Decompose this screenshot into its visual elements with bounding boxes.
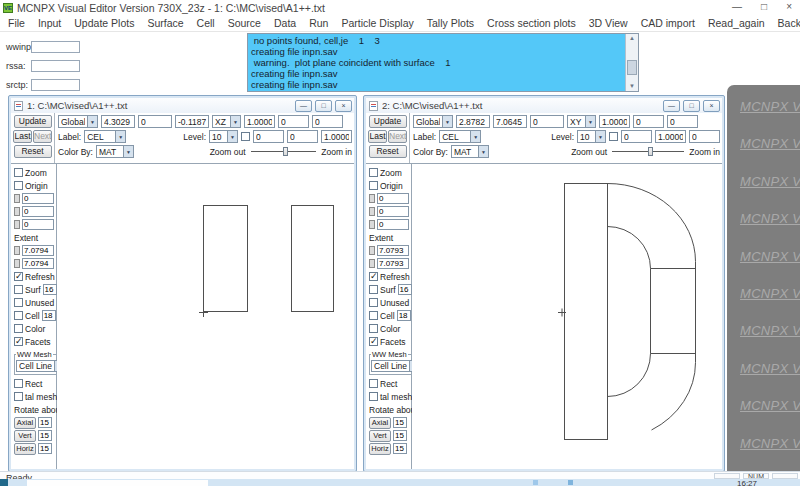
restore-icon[interactable]: □ bbox=[683, 100, 700, 112]
origin-x-field[interactable] bbox=[456, 115, 490, 128]
menu-item-file[interactable]: File bbox=[8, 17, 25, 29]
vert-button[interactable]: Vert bbox=[14, 430, 36, 442]
tray-icon[interactable] bbox=[568, 480, 573, 485]
menu-item-tally-plots[interactable]: Tally Plots bbox=[427, 17, 474, 29]
zoom-slider-thumb[interactable] bbox=[648, 147, 653, 156]
minimize-icon[interactable]: — bbox=[663, 100, 680, 112]
unused-checkbox[interactable] bbox=[369, 298, 378, 307]
menu-item-source[interactable]: Source bbox=[228, 17, 261, 29]
menu-item-backup[interactable]: Backup bbox=[778, 17, 800, 29]
basis-vec1-x-field[interactable] bbox=[599, 115, 630, 128]
extent-spin-button[interactable] bbox=[14, 246, 20, 255]
coord-y-field[interactable] bbox=[377, 206, 409, 217]
rssa-field[interactable] bbox=[31, 60, 80, 72]
refresh-checkbox[interactable] bbox=[369, 272, 378, 281]
taskbar-app-button[interactable] bbox=[27, 480, 208, 486]
refresh-checkbox[interactable] bbox=[14, 272, 23, 281]
coord-y-field[interactable] bbox=[22, 206, 54, 217]
scroll-up-icon[interactable]: ▲ bbox=[626, 34, 638, 43]
zoom-checkbox[interactable] bbox=[369, 168, 378, 177]
last-button[interactable]: Last bbox=[368, 130, 387, 143]
basis-vec1-x-field[interactable] bbox=[244, 115, 275, 128]
zoom-slider[interactable] bbox=[249, 146, 319, 157]
basis-vec2-y-field[interactable] bbox=[287, 130, 318, 143]
color-checkbox[interactable] bbox=[14, 324, 23, 333]
coord-x-field[interactable] bbox=[377, 193, 409, 204]
menu-item-cross-section-plots[interactable]: Cross section plots bbox=[487, 17, 576, 29]
label-select[interactable]: CEL▼ bbox=[439, 130, 481, 143]
extent-spin-button[interactable] bbox=[369, 246, 375, 255]
menu-item-cell[interactable]: Cell bbox=[197, 17, 215, 29]
colorby-select[interactable]: MAT▼ bbox=[96, 145, 134, 158]
unused-checkbox[interactable] bbox=[14, 298, 23, 307]
vert-field[interactable] bbox=[393, 430, 407, 441]
label-select[interactable]: CEL▼ bbox=[84, 130, 126, 143]
axial-field[interactable] bbox=[38, 417, 52, 428]
origin-y-field[interactable] bbox=[493, 115, 527, 128]
zoom-slider[interactable] bbox=[610, 146, 686, 157]
origin-checkbox[interactable] bbox=[369, 181, 378, 190]
plot-canvas[interactable] bbox=[412, 164, 722, 469]
tal-mesh-checkbox[interactable] bbox=[369, 392, 378, 401]
origin-z-field[interactable] bbox=[175, 115, 209, 128]
coord-z-field[interactable] bbox=[377, 219, 409, 230]
cell-count-field[interactable] bbox=[397, 310, 411, 321]
level-checkbox[interactable] bbox=[609, 132, 618, 141]
srctp-field[interactable] bbox=[31, 79, 80, 91]
close-icon[interactable]: × bbox=[703, 100, 720, 112]
rect-checkbox[interactable] bbox=[369, 379, 378, 388]
axial-button[interactable]: Axial bbox=[369, 417, 391, 429]
coord-spin-button[interactable] bbox=[14, 207, 20, 216]
menu-item-surface[interactable]: Surface bbox=[147, 17, 183, 29]
tray-icon[interactable] bbox=[533, 480, 538, 485]
origin-x-field[interactable] bbox=[101, 115, 135, 128]
console-scrollbar[interactable]: ▲ ▼ bbox=[625, 34, 638, 91]
facets-checkbox[interactable] bbox=[369, 337, 378, 346]
maximize-icon[interactable]: □ bbox=[761, 1, 767, 12]
cell-checkbox[interactable] bbox=[369, 311, 378, 320]
coord-spin-button[interactable] bbox=[369, 220, 375, 229]
wwinp-field[interactable] bbox=[31, 41, 80, 53]
zoom-slider-thumb[interactable] bbox=[283, 147, 288, 156]
extent-x-field[interactable] bbox=[22, 245, 54, 256]
menu-item-input[interactable]: Input bbox=[38, 17, 61, 29]
menu-item-cad-import[interactable]: CAD import bbox=[641, 17, 695, 29]
restore-icon[interactable]: □ bbox=[315, 100, 332, 112]
plot-window-titlebar[interactable]: 2: C:\MC\vised\A1++.txt — □ × bbox=[366, 98, 722, 113]
close-icon[interactable]: × bbox=[786, 1, 792, 12]
surf-count-field[interactable] bbox=[43, 284, 57, 295]
basis-vec2-x-field[interactable] bbox=[621, 130, 652, 143]
basis-vec2-x-field[interactable] bbox=[253, 130, 284, 143]
view-mode-select[interactable]: Global▼ bbox=[58, 115, 98, 128]
horiz-field[interactable] bbox=[393, 443, 407, 454]
surf-count-field[interactable] bbox=[398, 284, 412, 295]
view-mode-select[interactable]: Global▼ bbox=[413, 115, 453, 128]
basis-select[interactable]: XY▼ bbox=[567, 115, 596, 128]
scrollbar-thumb[interactable] bbox=[627, 60, 637, 75]
reset-button[interactable]: Reset bbox=[14, 145, 52, 158]
basis-vec1-y-field[interactable] bbox=[278, 115, 309, 128]
main-titlebar[interactable]: VE MCNPX Visual Editor Version 730X_23z … bbox=[0, 0, 800, 15]
cell-count-field[interactable] bbox=[42, 310, 56, 321]
horiz-button[interactable]: Horiz bbox=[369, 443, 391, 455]
axial-button[interactable]: Axial bbox=[14, 417, 36, 429]
menu-item-data[interactable]: Data bbox=[274, 17, 296, 29]
last-button[interactable]: Last bbox=[13, 130, 32, 143]
coord-z-field[interactable] bbox=[22, 219, 54, 230]
extent-spin-button[interactable] bbox=[369, 259, 375, 268]
basis-vec1-z-field[interactable] bbox=[312, 115, 343, 128]
origin-checkbox[interactable] bbox=[14, 181, 23, 190]
rect-checkbox[interactable] bbox=[14, 379, 23, 388]
basis-vec2-z-field[interactable] bbox=[689, 130, 720, 143]
extent-x-field[interactable] bbox=[377, 245, 409, 256]
horiz-field[interactable] bbox=[38, 443, 52, 454]
origin-y-field[interactable] bbox=[138, 115, 172, 128]
close-icon[interactable]: × bbox=[335, 100, 352, 112]
zoom-checkbox[interactable] bbox=[14, 168, 23, 177]
horiz-button[interactable]: Horiz bbox=[14, 443, 36, 455]
color-checkbox[interactable] bbox=[369, 324, 378, 333]
update-button[interactable]: Update bbox=[369, 115, 407, 128]
colorby-select[interactable]: MAT▼ bbox=[451, 145, 489, 158]
basis-vec2-z-field[interactable] bbox=[321, 130, 352, 143]
level-select[interactable]: 10▼ bbox=[209, 130, 238, 143]
